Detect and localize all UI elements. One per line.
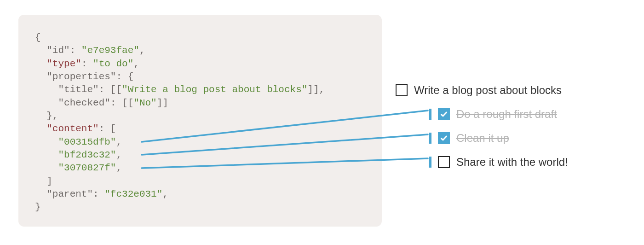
brace-close: }: [35, 202, 41, 212]
checkbox-unchecked-icon[interactable]: [438, 156, 450, 168]
checkbox-checked-icon[interactable]: [438, 132, 450, 144]
checkbox-checked-icon[interactable]: [438, 108, 450, 120]
todo-label: Write a blog post about blocks: [414, 84, 562, 97]
value-checked: "No": [133, 98, 156, 108]
connector-endpoint-icon: [429, 157, 431, 168]
key-title: "title": [58, 84, 98, 95]
key-properties: "properties": [46, 71, 116, 82]
code-panel: { "id": "e7e93fae", "type": "to_do", "pr…: [18, 15, 382, 227]
brace-open: {: [35, 32, 41, 43]
todo-label: Clean it up: [456, 132, 509, 145]
value-parent: "fc32e031": [104, 189, 162, 199]
todo-list: Write a blog post about blocks Do a roug…: [396, 78, 635, 174]
key-checked: "checked": [58, 98, 110, 108]
content-id-2: "3070827f": [58, 163, 116, 173]
todo-label: Do a rough first draft: [456, 108, 557, 121]
content-id-0: "00315dfb": [58, 137, 116, 147]
value-type: "to_do": [93, 58, 133, 69]
value-title: "Write a blog post about blocks": [122, 84, 307, 95]
todo-label: Share it with the world!: [456, 156, 568, 169]
key-id: "id": [46, 45, 69, 56]
checkbox-unchecked-icon[interactable]: [396, 84, 408, 96]
todo-item-2[interactable]: Clean it up: [429, 126, 635, 150]
connector-endpoint-icon: [429, 109, 431, 120]
todo-item-3[interactable]: Share it with the world!: [429, 150, 635, 174]
value-id: "e7e93fae": [81, 45, 139, 56]
todo-item-0[interactable]: Write a blog post about blocks: [396, 78, 635, 102]
key-content: "content": [46, 123, 98, 134]
connector-endpoint-icon: [429, 133, 431, 144]
key-type: "type": [46, 58, 81, 69]
code-block: { "id": "e7e93fae", "type": "to_do", "pr…: [35, 31, 365, 214]
key-parent: "parent": [46, 189, 93, 199]
content-id-1: "bf2d3c32": [58, 150, 116, 160]
todo-item-1[interactable]: Do a rough first draft: [429, 102, 635, 126]
